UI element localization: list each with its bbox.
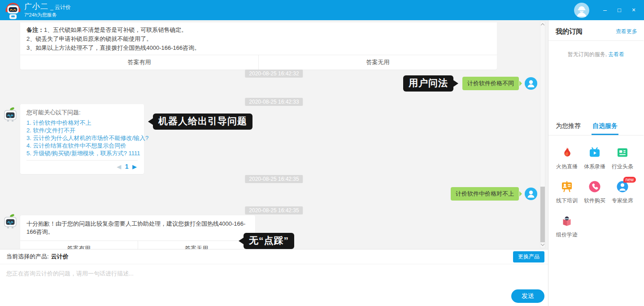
annotation-no-downvote: 无“点踩”	[244, 233, 294, 249]
user-message-bubble: 计价软件中价格对不上	[451, 187, 519, 201]
composer: 当前选择的产品: 云计价 更换产品 发送	[0, 249, 548, 306]
answer-useful-button[interactable]: 答案有用	[20, 55, 258, 70]
sidebar: 我的订阅 查看更多 暂无订阅的服务,去看看 为您推荐 自选服务 火热直播 体系录…	[548, 20, 644, 306]
guide-question-link[interactable]: 2. 软件/文件打不开	[26, 127, 138, 134]
user-avatar	[525, 188, 537, 200]
page-prev-icon[interactable]: ◀	[117, 163, 121, 170]
services-grid: 火热直播 体系录播 行业头条 线下培训 软件购买	[553, 146, 641, 249]
guide-question-link[interactable]: 4. 云计价结算在软件中不想显示合同价	[26, 142, 138, 149]
answer-useful-button[interactable]: 答案有用	[20, 241, 138, 249]
divider	[548, 40, 644, 41]
bot-guide-message: 您可能关心以下问题: 1. 计价软件中价格对不上 2. 软件/文件打不开 3. …	[20, 104, 144, 174]
message-input[interactable]	[0, 267, 511, 290]
chat-scrollbar[interactable]	[540, 21, 545, 248]
flame-icon	[561, 146, 573, 159]
page-number: 1	[125, 163, 129, 170]
robot-logo-icon	[4, 2, 22, 20]
divider	[548, 135, 644, 136]
service-hours-label: 7*24h为您服务	[24, 12, 71, 18]
page-next-icon[interactable]: ▶	[132, 163, 137, 170]
note-line-2: 2、锁丢失了申请补锁后原来的锁就不能使用了。	[26, 35, 491, 44]
chat-history: 备注：1、五代锁如果不清楚是否是可补锁，可联系销售确定。 2、锁丢失了申请补锁后…	[0, 20, 548, 249]
guide-pagination: ◀ 1 ▶	[26, 160, 138, 171]
user-avatar	[525, 77, 537, 90]
view-more-link[interactable]: 查看更多	[616, 28, 637, 35]
answer-useless-button[interactable]: 答案无用	[258, 55, 497, 70]
user-message-row-2: 计价软件中价格对不上	[0, 187, 548, 201]
timestamp-chip: 2020-08-25 16:42:35	[245, 175, 303, 183]
answer-useless-button[interactable]: 答案无用	[138, 241, 256, 249]
bot-avatar	[3, 214, 17, 230]
service-offline-training[interactable]: 线下培训	[553, 180, 581, 214]
note-line-1: 备注：1、五代锁如果不清楚是否是可补锁，可联系销售确定。	[26, 26, 491, 35]
service-software-purchase[interactable]: 软件购买	[581, 180, 609, 214]
minimize-button[interactable]: –	[600, 0, 610, 20]
headline-icon	[616, 146, 629, 159]
scrollbar-thumb[interactable]	[540, 187, 545, 242]
service-tabs: 为您推荐 自选服务	[556, 122, 618, 135]
service-hot-live[interactable]: 火热直播	[553, 146, 581, 180]
user-message-bubble: 计价软件价格不同	[462, 77, 519, 90]
guide-question-link[interactable]: 3. 云计价为什么人材机的市场价不能修改/输入?	[26, 134, 138, 142]
tab-self-service[interactable]: 自选服务	[592, 122, 618, 135]
send-button[interactable]: 发送	[511, 289, 544, 303]
chat-column: 备注：1、五代锁如果不清楚是否是可补锁，可联系销售确定。 2、锁丢失了申请补锁后…	[0, 20, 548, 306]
go-see-link[interactable]: 去看看	[608, 51, 624, 57]
phone-purchase-icon	[588, 180, 601, 193]
annotation-bot-guide: 机器人给出引导问题	[153, 114, 252, 130]
app-title: 广小二	[24, 2, 48, 11]
titlebar: 广小二_ 云计价 7*24h为您服务 – □ ×	[0, 0, 644, 20]
service-industry-news[interactable]: 行业头条	[609, 146, 636, 180]
current-product-name: 云计价	[51, 253, 69, 261]
scroll-up-icon[interactable]	[541, 23, 544, 27]
bot-sorry-message: 十分抱歉！由于您的问题比较复杂需要人工协助处理，建议您拨打全国热线4000-16…	[20, 215, 255, 249]
guide-intro: 您可能关心以下问题:	[26, 109, 138, 117]
bot-note-message: 备注：1、五代锁如果不清楚是否是可补锁，可联系销售确定。 2、锁丢失了申请补锁后…	[20, 22, 497, 70]
bot-avatar	[3, 107, 17, 123]
new-badge: new	[623, 177, 636, 183]
expert-seat-icon: new	[616, 180, 629, 193]
video-player-icon	[588, 146, 601, 159]
maximize-button[interactable]: □	[614, 0, 624, 20]
user-profile-avatar[interactable]	[574, 3, 589, 18]
service-recorded-courses[interactable]: 体系录播	[581, 146, 609, 180]
timestamp-chip: 2020-08-25 16:42:35	[245, 206, 303, 214]
close-button[interactable]: ×	[629, 0, 639, 20]
study-record-icon	[561, 214, 573, 227]
product-bar: 当前选择的产品: 云计价 更换产品	[0, 249, 548, 264]
guide-question-link[interactable]: 5. 升级锁/购买锁/新增模块，联系方式? 1111	[26, 149, 138, 157]
tab-recommended[interactable]: 为您推荐	[556, 122, 581, 135]
current-product-label: 当前选择的产品:	[6, 253, 49, 261]
offline-training-icon	[561, 180, 573, 193]
title-group: 广小二_ 云计价 7*24h为您服务	[24, 2, 71, 17]
app-window: 广小二_ 云计价 7*24h为您服务 – □ × 备注：1、五代锁如果不清楚是否…	[0, 0, 644, 306]
service-pricing-study[interactable]: 组价学迹	[553, 214, 581, 249]
annotation-user-question: 用户问法	[403, 75, 453, 92]
change-product-button[interactable]: 更换产品	[513, 251, 544, 262]
guide-question-link[interactable]: 1. 计价软件中价格对不上	[26, 119, 138, 127]
scroll-down-icon[interactable]	[541, 242, 544, 246]
note-line-3: 3、如果以上方法处理不了，直接拨打全国热线4000-166-166咨询。	[26, 44, 491, 52]
user-message-row-1: 用户问法 计价软件价格不同	[0, 75, 548, 92]
empty-subscriptions-text: 暂无订阅的服务,去看看	[548, 51, 644, 58]
timestamp-chip: 2020-08-25 16:42:33	[245, 98, 303, 106]
subscriptions-title: 我的订阅	[556, 27, 583, 36]
app-title-product: _ 云计价	[50, 4, 71, 10]
service-expert-seat[interactable]: new 专家坐席	[609, 180, 636, 214]
sorry-text: 十分抱歉！由于您的问题比较复杂需要人工协助处理，建议您拨打全国热线4000-16…	[20, 215, 255, 240]
